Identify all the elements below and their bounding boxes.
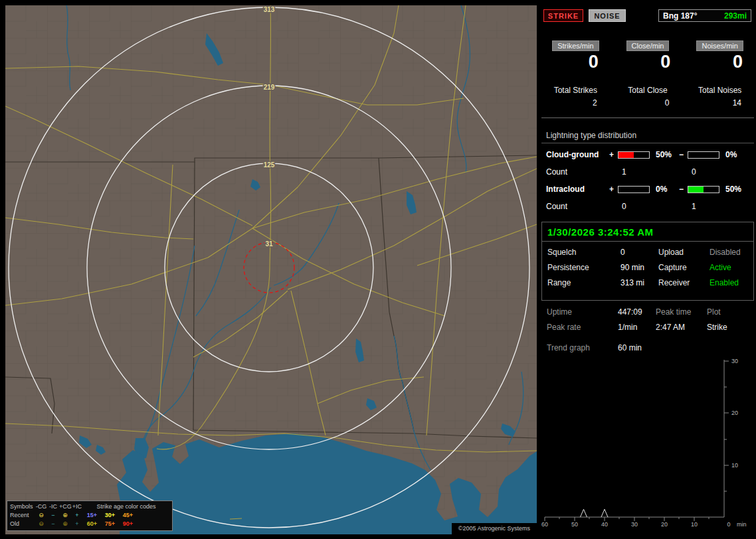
peak-time-label: Peak time <box>656 307 707 317</box>
uptime-value: 447:09 <box>618 307 656 317</box>
total-noises-value: 14 <box>733 98 741 108</box>
strike-indicator[interactable]: STRIKE <box>543 9 583 22</box>
recent-pos-cg-icon: ⊕ <box>59 511 71 520</box>
ic-minus-bar <box>688 186 719 193</box>
minus-sign: − <box>679 150 688 159</box>
range-label-313: 313 <box>264 6 275 13</box>
upload-value: Disabled <box>709 248 748 257</box>
noises-per-min-value: 0 <box>733 52 743 71</box>
strikes-per-min-col: Strikes/min 0 <box>539 40 612 71</box>
strikes-per-min-label[interactable]: Strikes/min <box>552 40 599 51</box>
age-code-90: 90+ <box>119 520 137 528</box>
total-strikes: Total Strikes 2 <box>539 86 612 108</box>
ic-plus-pct: 0% <box>652 185 679 194</box>
receiver-label: Receiver <box>658 278 709 287</box>
ic-minus-bar-fill <box>688 187 704 193</box>
ic-minus-pct: 50% <box>722 185 747 194</box>
map-canvas: 313 219 125 31 <box>5 5 537 534</box>
x-tick-40: 40 <box>601 521 608 528</box>
legend-recent-label: Recent <box>10 511 35 520</box>
y-tick-10: 10 <box>731 462 738 469</box>
close-per-min-label[interactable]: Close/min <box>626 40 670 51</box>
ic-plus-count: 0 <box>618 202 652 211</box>
rate-row: Strikes/min 0 Close/min 0 Noises/min 0 <box>539 40 756 71</box>
peak-rate-value: 1/min <box>618 323 656 332</box>
total-noises-label: Total Noises <box>698 86 741 95</box>
recent-neg-cg-icon: ⊖ <box>35 511 47 520</box>
trend-graph: 30 20 10 0 min 60 50 40 30 20 10 <box>539 354 756 535</box>
minus-sign: − <box>679 185 688 194</box>
range-label-219: 219 <box>264 84 275 91</box>
intracloud-label: Intracloud <box>546 185 609 194</box>
total-close-value: 0 <box>665 98 670 108</box>
datetime: 1/30/2026 3:24:52 AM <box>542 222 753 241</box>
trend-graph-window: 60 min <box>618 343 642 352</box>
legend-recent-row: Recent ⊖ − ⊕ + 15+ 30+ 45+ <box>10 511 169 520</box>
close-per-min-value: 0 <box>660 52 670 71</box>
cg-minus-count: 0 <box>688 167 722 177</box>
trend-ticks <box>545 361 729 521</box>
cg-plus-bar-fill <box>618 152 634 158</box>
range-label: Range <box>547 278 620 287</box>
recent-pos-ic-icon: + <box>71 511 83 520</box>
lightning-distribution: Cloud-ground + 50% − 0% Count 1 0 Intrac… <box>546 146 753 215</box>
intracloud-count-row: Count 0 1 <box>546 198 753 215</box>
noises-per-min-label[interactable]: Noises/min <box>696 40 743 51</box>
x-tick-50: 50 <box>571 521 578 528</box>
bearing-label: Bng 187° <box>663 11 697 21</box>
legend-col-pos-ic: +IC <box>71 502 83 511</box>
upload-label: Upload <box>658 248 709 257</box>
uptime-grid: Uptime 447:09 Peak time Plot Peak rate 1… <box>547 307 753 332</box>
peak-time-value: 2:47 AM <box>656 323 707 332</box>
squelch-value: 0 <box>620 248 658 257</box>
x-tick-10: 10 <box>691 521 698 528</box>
age-code-60: 60+ <box>83 520 101 528</box>
peak-rate-label: Peak rate <box>547 323 618 332</box>
lightning-map[interactable]: 313 219 125 31 Symbols -CG -IC +CG +IC S… <box>5 5 537 534</box>
status-panel: STRIKE NOISE Bng 187° 293mi Strikes/min … <box>539 0 756 539</box>
cloud-ground-label: Cloud-ground <box>546 150 609 159</box>
trend-graph-row: Trend graph 60 min <box>547 343 642 352</box>
legend-old-row: Old ⊖ − ⊕ + 60+ 75+ 90+ <box>10 520 169 528</box>
range-value: 313 mi <box>620 278 658 287</box>
x-axis-unit: min <box>737 521 747 528</box>
separator <box>541 117 754 118</box>
cg-minus-bar <box>688 151 719 159</box>
legend-col-pos-cg: +CG <box>59 502 71 511</box>
persistence-label: Persistence <box>547 263 620 272</box>
legend-old-label: Old <box>10 520 35 528</box>
bearing-box: Bng 187° 293mi <box>658 9 751 22</box>
noise-indicator[interactable]: NOISE <box>589 9 626 22</box>
old-neg-ic-icon: − <box>47 520 59 528</box>
cg-plus-bar <box>618 151 650 159</box>
x-tick-60: 60 <box>541 521 548 528</box>
trend-axis-labels: 30 20 10 0 min 60 50 40 30 20 10 <box>541 358 747 528</box>
total-strikes-value: 2 <box>593 98 597 108</box>
ic-plus-bar <box>618 186 650 193</box>
legend-symbols-title: Symbols <box>10 502 35 511</box>
strike-rate-spike <box>601 509 608 517</box>
receiver-value: Enabled <box>709 278 748 287</box>
legend-age-title: Strike age color codes <box>83 502 169 511</box>
plus-sign: + <box>609 150 618 159</box>
strikes-per-min-value: 0 <box>589 52 599 71</box>
range-label-125: 125 <box>264 161 275 169</box>
age-code-15: 15+ <box>83 511 101 520</box>
legend-col-neg-cg: -CG <box>35 502 47 511</box>
persistence-value: 90 min <box>620 263 658 272</box>
plot-value: Strike <box>707 323 753 332</box>
separator <box>541 143 754 143</box>
x-tick-30: 30 <box>631 521 638 528</box>
age-code-75: 75+ <box>101 520 119 528</box>
cg-plus-count: 1 <box>618 167 652 177</box>
plus-sign: + <box>609 185 618 194</box>
cg-plus-pct: 50% <box>652 150 679 159</box>
uptime-label: Uptime <box>547 307 618 317</box>
legend-col-neg-ic: -IC <box>47 502 59 511</box>
x-tick-20: 20 <box>661 521 668 528</box>
datetime-status-box: 1/30/2026 3:24:52 AM Squelch 0 Upload Di… <box>541 222 754 301</box>
plot-label: Plot <box>707 307 753 317</box>
x-tick-0: 0 <box>727 521 730 528</box>
total-close-label: Total Close <box>628 86 667 95</box>
old-pos-ic-icon: + <box>71 520 83 528</box>
